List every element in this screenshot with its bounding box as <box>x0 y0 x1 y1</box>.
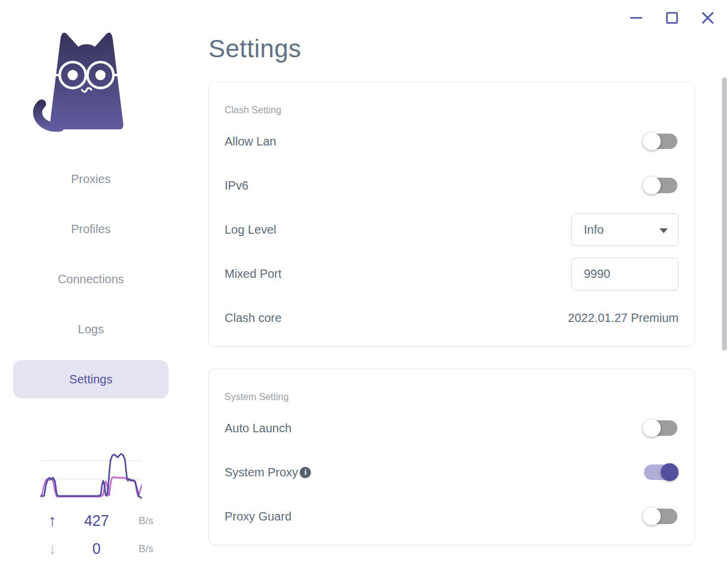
sidebar: Proxies Profiles Connections Logs Settin… <box>0 0 182 570</box>
sidebar-item-settings[interactable]: Settings <box>13 360 169 398</box>
system-setting-card: System Setting Auto Launch System Proxy … <box>209 368 695 545</box>
setting-label: Proxy Guard <box>225 510 291 523</box>
chevron-down-icon <box>659 228 668 233</box>
toggle-thumb <box>643 419 661 437</box>
window-controls <box>629 8 715 27</box>
toggle-thumb <box>661 463 679 481</box>
card-section-label: System Setting <box>225 385 679 402</box>
maximize-button[interactable] <box>665 8 679 27</box>
minimize-icon <box>629 11 643 25</box>
close-icon <box>701 11 715 25</box>
toggle-thumb <box>643 132 661 150</box>
setting-label: Clash core <box>225 311 282 325</box>
setting-label: Allow Lan <box>225 135 276 148</box>
up-arrow-icon: ↑ <box>37 512 68 530</box>
setting-row-mixed-port: Mixed Port <box>225 252 679 296</box>
setting-label: IPv6 <box>225 179 248 193</box>
setting-row-clash-core: Clash core 2022.01.27 Premium <box>225 296 679 340</box>
auto-launch-toggle[interactable] <box>644 420 677 436</box>
log-level-selected-value: Info <box>572 223 655 237</box>
system-proxy-toggle[interactable] <box>644 464 677 480</box>
mixed-port-field <box>571 258 679 290</box>
maximize-icon <box>665 11 679 25</box>
clash-cat-logo <box>29 14 142 134</box>
main-content: Settings Clash Setting Allow Lan IPv6 Lo… <box>182 0 706 570</box>
upload-speed-unit: B/s <box>125 515 167 527</box>
setting-label-text: System Proxy <box>225 466 298 479</box>
down-arrow-icon: ↓ <box>37 540 68 558</box>
sidebar-item-logs[interactable]: Logs <box>13 310 169 348</box>
close-button[interactable] <box>701 8 715 27</box>
setting-row-log-level: Log Level Info <box>225 207 679 252</box>
setting-label: System Proxy i <box>225 466 311 479</box>
upload-speed-row: ↑ 427 B/s <box>37 512 182 530</box>
setting-label: Auto Launch <box>225 422 291 435</box>
minimize-button[interactable] <box>629 8 643 27</box>
toggle-thumb <box>643 507 661 525</box>
clash-core-version: 2022.01.27 Premium <box>568 311 679 325</box>
toggle-thumb <box>643 176 661 194</box>
sidebar-item-profiles[interactable]: Profiles <box>13 210 169 248</box>
setting-label: Log Level <box>225 223 276 237</box>
mixed-port-input[interactable] <box>572 267 655 281</box>
card-section-label: Clash Setting <box>225 98 679 116</box>
setting-row-allow-lan: Allow Lan <box>225 119 679 163</box>
download-speed-row: ↓ 0 B/s <box>37 540 182 558</box>
traffic-monitor: ↑ 427 B/s ↓ 0 B/s <box>0 447 182 558</box>
download-speed-value: 0 <box>68 540 125 557</box>
setting-row-proxy-guard: Proxy Guard <box>225 494 679 538</box>
setting-label: Mixed Port <box>225 267 282 281</box>
ipv6-toggle[interactable] <box>644 178 677 193</box>
upload-speed-value: 427 <box>68 512 125 529</box>
page-title: Settings <box>209 35 706 63</box>
allow-lan-toggle[interactable] <box>644 134 677 149</box>
scrollbar[interactable] <box>722 78 727 351</box>
setting-row-system-proxy: System Proxy i <box>225 450 679 494</box>
setting-row-ipv6: IPv6 <box>225 163 679 207</box>
download-speed-unit: B/s <box>125 543 167 555</box>
info-icon[interactable]: i <box>300 467 311 478</box>
proxy-guard-toggle[interactable] <box>644 509 677 524</box>
clash-setting-card: Clash Setting Allow Lan IPv6 Log Level I… <box>209 82 695 346</box>
setting-row-auto-launch: Auto Launch <box>225 406 679 450</box>
sidebar-item-proxies[interactable]: Proxies <box>13 160 169 198</box>
log-level-select[interactable]: Info <box>571 213 679 246</box>
sidebar-nav: Proxies Profiles Connections Logs Settin… <box>13 160 169 410</box>
sidebar-item-connections[interactable]: Connections <box>13 260 169 298</box>
traffic-sparkline-chart <box>41 447 142 500</box>
